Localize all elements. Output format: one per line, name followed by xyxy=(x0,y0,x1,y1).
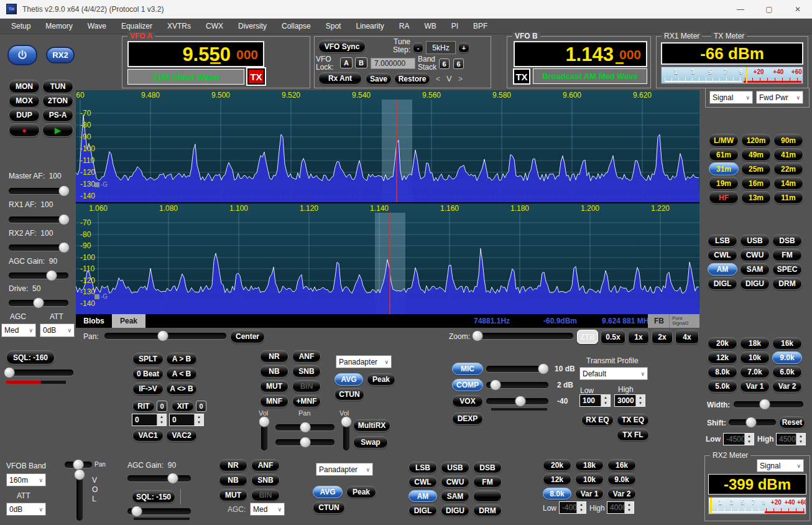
menu-wb[interactable]: WB xyxy=(417,19,443,33)
band-16m-button[interactable]: 16m xyxy=(741,177,771,190)
band-120m-button[interactable]: 120m xyxy=(741,134,771,147)
band-lmw-button[interactable]: L/MW xyxy=(709,134,739,147)
rit-zero-button[interactable]: 0 xyxy=(157,401,167,412)
menu-collapse[interactable]: Collapse xyxy=(274,19,318,33)
mode-fm-button[interactable]: FM xyxy=(772,249,802,261)
vox-button[interactable]: VOX xyxy=(452,395,483,407)
master-af-slider[interactable] xyxy=(9,185,68,197)
nav-v-button[interactable]: V xyxy=(446,74,452,83)
rx2-ctun-button[interactable]: CTUN xyxy=(313,501,345,514)
tun-button[interactable]: TUN xyxy=(42,80,73,93)
shift-slider[interactable] xyxy=(729,417,776,428)
menu-setup[interactable]: Setup xyxy=(4,19,38,33)
rx2-panadapter[interactable]: 1.060 1.080 1.100 1.120 1.140 1.160 1.18… xyxy=(76,203,699,314)
menu-diversity[interactable]: Diversity xyxy=(231,19,274,33)
shift-reset-button[interactable]: Reset xyxy=(779,416,805,429)
record-button[interactable]: ● xyxy=(9,123,40,137)
zoom-4x-button[interactable]: 4x xyxy=(675,330,699,344)
filter-20k-button[interactable]: 20k xyxy=(708,337,737,350)
filter-8k-button[interactable]: 8.0k xyxy=(708,366,737,378)
peak-button[interactable]: Peak xyxy=(367,373,395,386)
rx2-button[interactable]: RX2 xyxy=(46,47,75,63)
rx2-mut-button[interactable]: MUT xyxy=(219,489,247,501)
xit-button[interactable]: XIT xyxy=(172,401,194,412)
menu-linearity[interactable]: Linearity xyxy=(348,19,391,33)
rx2-peak-button[interactable]: Peak xyxy=(346,486,376,498)
drive-slider[interactable] xyxy=(9,297,68,309)
split-button[interactable]: SPLT xyxy=(132,353,164,365)
vol2-slider[interactable] xyxy=(341,418,352,450)
tx-high-spinner[interactable]: 3000▲▼ xyxy=(614,394,645,407)
rx2-af-slider[interactable] xyxy=(9,242,68,253)
filter-var2-button[interactable]: Var 2 xyxy=(772,380,802,393)
puresignal2-button[interactable]: PureSignal2 xyxy=(670,316,689,326)
rx2-low-spinner[interactable]: -4000▲▼ xyxy=(559,501,586,514)
zoom-2x-button[interactable]: 2x xyxy=(652,330,673,344)
filter-7k-button[interactable]: 7.0k xyxy=(740,366,770,378)
zoom-slider[interactable] xyxy=(473,330,573,341)
menu-wave[interactable]: Wave xyxy=(80,19,114,33)
play-button[interactable]: ▶ xyxy=(42,123,73,137)
vol1-slider[interactable] xyxy=(259,418,270,450)
swap-button[interactable]: Swap xyxy=(353,436,388,448)
rx-ant-button[interactable]: Rx Ant xyxy=(318,72,362,85)
menu-cwx[interactable]: CWX xyxy=(198,19,231,33)
tx-meter-select[interactable]: Fwd Pwr∨ xyxy=(756,91,803,104)
maximize-icon[interactable]: ▢ xyxy=(755,0,783,19)
filter-16k-button[interactable]: 16k xyxy=(772,337,802,350)
band-61m-button[interactable]: 61m xyxy=(709,148,739,161)
frequency-entry-field[interactable]: 7.000000 xyxy=(371,58,415,69)
band-13m-button[interactable]: 13m xyxy=(741,191,771,204)
vfo-a-display[interactable]: 9.550 000 xyxy=(127,41,264,67)
rx2-mode-digl-button[interactable]: DIGL xyxy=(408,504,437,516)
mnf-button[interactable]: MNF xyxy=(260,395,288,407)
rx2-mode-usb-button[interactable]: USB xyxy=(441,462,469,473)
a-to-b-button[interactable]: A > B xyxy=(166,353,197,365)
rx2-filter-16k-button[interactable]: 16k xyxy=(607,459,636,471)
fb-button[interactable]: FB xyxy=(648,314,670,328)
rx2-filter-var2-button[interactable]: Var 2 xyxy=(607,488,636,499)
peak-tab[interactable]: Peak xyxy=(112,314,145,328)
band-25m-button[interactable]: 25m xyxy=(741,162,771,175)
rx1-panadapter[interactable]: 60 9.480 9.500 9.520 9.540 9.560 9.580 9… xyxy=(76,90,699,202)
mode-sam-button[interactable]: SAM xyxy=(740,263,770,276)
menu-bpf[interactable]: BPF xyxy=(466,19,495,33)
if-to-v-button[interactable]: IF->V xyxy=(132,383,164,395)
rx2-mode-cwu-button[interactable]: CWU xyxy=(441,476,469,488)
rx2-filter-18k-button[interactable]: 18k xyxy=(575,459,604,471)
comp-slider[interactable] xyxy=(486,379,548,391)
rx2-filter-12k-button[interactable]: 12k xyxy=(543,473,571,485)
ctun-button[interactable]: CTUN xyxy=(334,388,364,401)
rx2-sql-slider[interactable] xyxy=(127,506,191,517)
mnf-plus-button[interactable]: +MNF xyxy=(292,395,321,407)
dexp-button[interactable]: DEXP xyxy=(452,412,483,425)
tx-low-spinner[interactable]: 100▲▼ xyxy=(579,394,611,407)
tx-eq-button[interactable]: TX EQ xyxy=(617,414,649,426)
mox-button[interactable]: MOX xyxy=(9,94,40,108)
pan-slider[interactable] xyxy=(104,330,226,341)
band-49m-button[interactable]: 49m xyxy=(741,148,771,161)
center-button[interactable]: Center xyxy=(230,330,265,343)
filter-12k-button[interactable]: 12k xyxy=(708,351,737,364)
nav-left-button[interactable]: < xyxy=(436,75,440,83)
rx2-mode-blank-button[interactable] xyxy=(473,490,502,502)
rx2-vol-slider[interactable] xyxy=(74,471,85,521)
vac2-button[interactable]: VAC2 xyxy=(166,429,197,442)
filter-high-spinner[interactable]: 4500▲▼ xyxy=(776,433,806,445)
menu-spot[interactable]: Spot xyxy=(318,19,349,33)
rx2-mode-dsb-button[interactable]: DSB xyxy=(473,462,502,473)
band-stack-2-button[interactable]: 6 xyxy=(453,58,464,69)
a-swap-b-button[interactable]: A <> B xyxy=(166,383,197,395)
rx2-mode-sam-button[interactable]: SAM xyxy=(441,490,469,502)
b-to-a-button[interactable]: A < B xyxy=(166,368,197,380)
restore-button[interactable]: Restore xyxy=(394,73,430,85)
mode-am-button[interactable]: AM xyxy=(708,263,737,276)
rx2-mode-lsb-button[interactable]: LSB xyxy=(408,462,437,473)
comp-button[interactable]: COMP xyxy=(452,379,483,391)
band-90m-button[interactable]: 90m xyxy=(773,134,803,147)
ztb-button[interactable]: ZTB xyxy=(577,330,598,344)
agc-gain-slider[interactable] xyxy=(9,270,68,281)
two-tone-button[interactable]: 2TON xyxy=(42,94,73,108)
mode-lsb-button[interactable]: LSB xyxy=(708,235,737,247)
rx1-display-mode-select[interactable]: Panadapter∨ xyxy=(336,355,392,368)
